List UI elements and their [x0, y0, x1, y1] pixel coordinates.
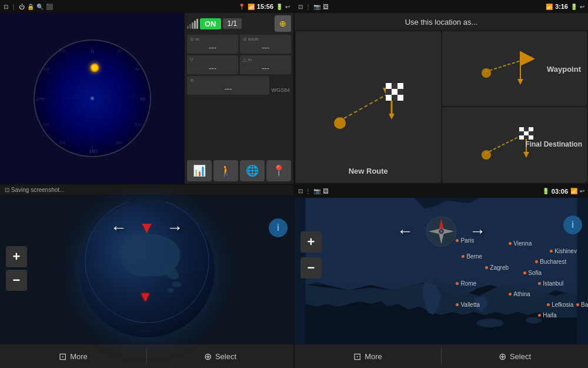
svg-rect-37: [386, 83, 392, 89]
zoom-out-button-4[interactable]: −: [300, 257, 322, 279]
status-bar-4: ⊡ ⋮ 📷 🖼 🔋 03:06 📶 ↩: [295, 185, 588, 198]
select-icon-4: ⊕: [499, 351, 506, 362]
svg-rect-63: [524, 135, 529, 140]
svg-line-34: [339, 92, 392, 121]
zoom-in-button-3[interactable]: +: [6, 246, 27, 267]
final-destination-button[interactable]: Final Destination: [442, 107, 587, 182]
gps-data-panel: ON 1/1 ⊕ ⊙ m --- ⊙ km/h --- ▽ ---: [185, 13, 293, 184]
pin-button[interactable]: 📍: [266, 160, 291, 181]
svg-line-12: [116, 54, 118, 58]
menu-icon-4: ⋮: [305, 188, 311, 194]
menu-icon: ⋮: [11, 4, 16, 10]
city-dot: Haifa: [538, 312, 556, 319]
svg-point-69: [172, 281, 181, 287]
data-row-1: ⊙ m --- ⊙ km/h ---: [187, 35, 291, 54]
left-arrow[interactable]: ←: [111, 218, 127, 237]
coord-system-label: WGS84: [271, 76, 291, 95]
new-route-button[interactable]: New Route: [296, 31, 441, 183]
waypoint-button[interactable]: Waypoint: [442, 31, 587, 106]
gps-position-marker: [91, 64, 99, 72]
status-icons-left-2: ⊡ ⋮ 📷 🖼: [298, 4, 329, 10]
status-bar-2: ⊡ ⋮ 📷 🖼 📶 3:16 🔋 ↩: [295, 0, 588, 13]
status-icons-left-4: ⊡ ⋮ 📷 🖼: [298, 188, 329, 194]
compass-display: N 180 270 90 30 60 120 150 210 240 300 3…: [0, 13, 185, 184]
svg-text:30: 30: [117, 48, 122, 52]
zoom-controls-3: + −: [6, 246, 27, 293]
city-dot: Bag: [576, 301, 588, 308]
pedestrian-button[interactable]: 🚶: [213, 160, 238, 181]
saving-screenshot-bar: ⊡ Saving screenshot...: [0, 185, 293, 195]
compass-rose-icon: [425, 216, 457, 248]
compass-orient-button[interactable]: ⊕: [275, 15, 291, 32]
svg-line-18: [48, 72, 52, 75]
gps-on-badge[interactable]: ON: [200, 18, 221, 29]
waypoint-label: Waypoint: [547, 64, 581, 73]
info-button-4[interactable]: i: [563, 216, 582, 234]
svg-line-13: [133, 72, 137, 75]
zoom-in-button-4[interactable]: +: [300, 231, 322, 253]
city-dot: Sofia: [523, 270, 542, 276]
select-label-3: Select: [215, 352, 236, 361]
map-right-arrow[interactable]: →: [469, 222, 486, 241]
city-dot: Bucharest: [535, 258, 566, 265]
new-route-label: New Route: [349, 167, 388, 175]
svg-text:90: 90: [140, 97, 145, 102]
city-dot: Rome: [456, 280, 476, 287]
status-icons-right-4: 🔋 03:06 📶 ↩: [542, 188, 584, 195]
select-button-4[interactable]: ⊕ Select: [442, 344, 588, 368]
bearing-value: ---: [190, 64, 235, 72]
more-label-4: More: [365, 352, 382, 361]
right-arrow[interactable]: →: [166, 218, 183, 237]
distance-cell: ⊙ m ---: [187, 35, 238, 54]
battery-icon-4: 🔋: [542, 188, 549, 194]
svg-marker-52: [517, 79, 523, 85]
screenshot-icon: ⊡: [5, 187, 9, 193]
europe-map-panel: ⊡ ⋮ 📷 🖼 🔋 03:06 📶 ↩: [295, 185, 588, 369]
saving-text: Saving screenshot...: [11, 187, 65, 193]
data-row-2: ▽ --- △ m ---: [187, 55, 291, 74]
svg-rect-39: [397, 83, 403, 89]
globe-panel: ⊡ Saving screenshot... ← ▼ →: [0, 185, 293, 369]
map-left-arrow[interactable]: ←: [397, 222, 413, 241]
globe-position-marker: ▼: [138, 289, 152, 305]
image-icon: 🖼: [323, 4, 329, 10]
speed-value: ---: [243, 43, 288, 52]
status-icons-right-2: 📶 3:16 🔋 ↩: [546, 3, 584, 10]
more-button-4[interactable]: ⊡ More: [295, 344, 441, 368]
zoom-controls-4: + −: [300, 231, 322, 281]
city-dot: Berne: [462, 253, 482, 260]
home-icon-4: ⊡: [298, 188, 303, 194]
coords-value: ---: [190, 84, 266, 93]
svg-text:330: 330: [59, 48, 66, 52]
image-icon-4: 🖼: [323, 188, 329, 194]
power-icon: ⏻: [19, 4, 25, 10]
nav-arrows: ← ▼ →: [111, 218, 183, 237]
status-icons-right: 📍 📶 15:56 🔋 ↩: [238, 3, 290, 10]
svg-rect-58: [529, 127, 533, 131]
city-dot: Zagreb: [485, 264, 509, 271]
select-button-3[interactable]: ⊕ Select: [147, 344, 293, 368]
back-icon-2: ↩: [580, 4, 584, 10]
more-button-3[interactable]: ⊡ More: [0, 344, 146, 368]
info-button-3[interactable]: i: [269, 218, 288, 237]
battery-icon-2: 🔋: [570, 4, 577, 10]
more-icon-3: ⊡: [59, 351, 66, 362]
elevation-cell: △ m ---: [240, 55, 291, 74]
globe-button[interactable]: 🌐: [240, 160, 265, 181]
svg-point-86: [440, 230, 442, 233]
more-icon-4: ⊡: [353, 351, 361, 362]
svg-marker-66: [523, 152, 529, 158]
status-time-4: 03:06: [552, 188, 568, 195]
svg-text:210: 210: [59, 141, 66, 145]
svg-text:120: 120: [135, 122, 142, 127]
chart-button[interactable]: 📊: [187, 160, 212, 181]
satellite-count: 1/1: [223, 18, 242, 29]
compass-content: N 180 270 90 30 60 120 150 210 240 300 3…: [0, 13, 293, 184]
back-icon-4: ↩: [580, 188, 584, 194]
svg-text:150: 150: [115, 141, 122, 145]
city-dot: Athina: [509, 291, 530, 297]
svg-rect-42: [397, 89, 403, 95]
zoom-out-button-3[interactable]: −: [6, 270, 27, 291]
top-controls: ON 1/1 ⊕: [187, 15, 291, 32]
svg-point-53: [482, 68, 491, 78]
